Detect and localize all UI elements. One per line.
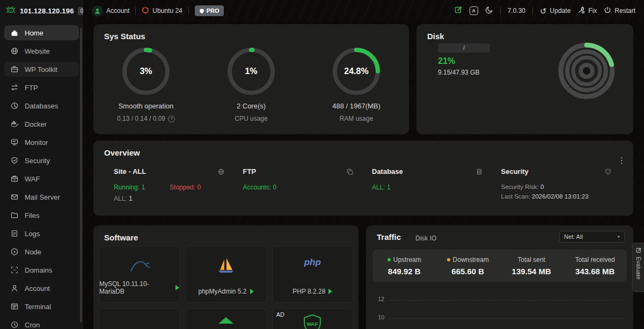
- shield-check-icon: [10, 156, 19, 165]
- software-card-waf-ad[interactable]: AD WAF: [272, 308, 353, 329]
- sidebar-item-label: Logs: [25, 230, 40, 238]
- notes-icon[interactable]: [454, 5, 463, 16]
- security-card-title: Security: [501, 167, 529, 176]
- tab-disk-io[interactable]: Disk IO: [415, 235, 436, 242]
- cpu-cores: 2 Core(s): [201, 102, 301, 110]
- transfer-arrows-icon: [10, 83, 19, 92]
- sys-status-panel: Sys Status 3% Smooth operation 0.13 / 0.…: [93, 24, 409, 134]
- scan-frame-icon: [10, 266, 19, 274]
- fix-button[interactable]: Fix: [577, 6, 597, 16]
- overview-site-card[interactable]: Site - ALL Running: 1 Stopped: 0 ALL: 1: [114, 167, 243, 202]
- shield-check-icon: [604, 168, 612, 176]
- sidebar-item-label: Mail Server: [25, 193, 60, 201]
- pie-chart-icon: [10, 101, 19, 110]
- overview-ftp-card[interactable]: FTP Accounts: 0: [243, 167, 372, 202]
- sidebar-item-files[interactable]: Files: [4, 208, 79, 223]
- help-icon[interactable]: ?: [168, 115, 175, 122]
- sidebar-item-label: WP Toolkit: [25, 65, 57, 74]
- sidebar-item-docker[interactable]: Docker: [4, 116, 79, 131]
- sidebar-item-home[interactable]: Home: [4, 25, 79, 40]
- run-icon[interactable]: [328, 289, 332, 294]
- pro-label: PRO: [207, 8, 219, 14]
- software-icon-partial: [218, 317, 233, 324]
- ram-gauge[interactable]: 24.8% 488 / 1967(MB) RAM usage: [306, 46, 406, 122]
- sidebar-item-label: Monitor: [25, 138, 48, 147]
- sidebar-item-node[interactable]: Node: [4, 244, 79, 259]
- gauges: 3% Smooth operation 0.13 / 0.14 / 0.09 ?…: [93, 46, 409, 122]
- panel-title: Overview: [104, 148, 140, 157]
- net-interface-select[interactable]: Net: All ▾: [559, 231, 625, 243]
- sidebar-item-label: Docker: [25, 120, 47, 128]
- chevron-down-icon: ▾: [617, 231, 620, 242]
- sidebar-item-waf[interactable]: WAF: [4, 171, 79, 186]
- load-gauge[interactable]: 3% Smooth operation 0.13 / 0.14 / 0.09 ?: [96, 46, 196, 122]
- total-sent-value: 139.54 MB: [500, 267, 564, 276]
- sidebar-item-account[interactable]: Account: [4, 281, 79, 296]
- globe-icon: [217, 168, 225, 176]
- ubuntu-icon: [142, 6, 149, 16]
- sidebar-item-logs[interactable]: Logs: [4, 226, 79, 241]
- overview-columns: Site - ALL Running: 1 Stopped: 0 ALL: 1 …: [114, 167, 612, 202]
- sidebar-item-label: Terminal: [25, 303, 51, 311]
- account-menu[interactable]: Account: [92, 5, 129, 17]
- cpu-gauge[interactable]: 1% 2 Core(s) CPU usage: [201, 46, 301, 122]
- gridline: [389, 300, 625, 301]
- wrench-icon: [577, 6, 585, 16]
- software-card-php[interactable]: php PHP 8.2.28: [272, 246, 353, 303]
- evaluate-label: Evaluate: [635, 257, 642, 280]
- disk-rings-gauge[interactable]: [557, 41, 616, 103]
- sidebar-item-mail-server[interactable]: Mail Server: [4, 189, 79, 204]
- panel-title: Disk: [427, 32, 444, 41]
- dashboard-screen: 101.128.120.196 0 Account: [0, 0, 644, 329]
- software-card-partial[interactable]: [185, 308, 266, 329]
- run-icon[interactable]: [175, 285, 179, 290]
- sidebar-item-security[interactable]: Security: [4, 153, 79, 168]
- sidebar-item-label: Databases: [25, 102, 58, 110]
- php-icon: php: [273, 257, 353, 268]
- sidebar-item-domains[interactable]: Domains: [4, 262, 79, 277]
- y-tick-10: 10: [378, 314, 384, 320]
- evaluate-tab[interactable]: Evaluate: [632, 243, 644, 292]
- pro-badge[interactable]: PRO: [195, 5, 224, 16]
- divider: [135, 7, 136, 14]
- upstream-stat: Upstream 849.92 B: [372, 256, 436, 276]
- update-label: Update: [550, 7, 571, 14]
- mysql-icon: [99, 257, 179, 274]
- sidebar-scrollbar[interactable]: [80, 28, 82, 323]
- sidebar-item-databases[interactable]: Databases: [4, 98, 79, 113]
- sidebar-item-monitor[interactable]: Monitor: [4, 135, 79, 150]
- waf-shield-icon: WAF: [273, 313, 353, 329]
- server-ip[interactable]: 101.128.120.196: [20, 7, 74, 15]
- docker-icon: [10, 120, 19, 128]
- restart-button[interactable]: Restart: [604, 6, 635, 16]
- panel-version[interactable]: 7.0.30: [508, 7, 525, 14]
- tab-traffic[interactable]: Traffic: [377, 232, 401, 242]
- overview-menu-icon[interactable]: ⋮: [618, 156, 626, 165]
- sidebar-item-wp-toolkit[interactable]: WP Toolkit: [4, 62, 79, 77]
- dark-mode-icon[interactable]: [485, 6, 493, 16]
- update-button[interactable]: ↺ Update: [540, 7, 570, 15]
- shield-icon: [199, 8, 204, 14]
- y-tick-12: 12: [378, 296, 384, 302]
- sidebar-item-cron[interactable]: Cron: [4, 317, 79, 329]
- database-icon: [475, 168, 483, 176]
- overview-database-card[interactable]: Database ALL: 1: [372, 167, 501, 202]
- sidebar-item-label: Node: [25, 248, 41, 256]
- topbar-server-section: 101.128.120.196 0: [0, 0, 83, 21]
- avatar: [92, 5, 103, 17]
- overview-security-card[interactable]: Security Security Risk: 0 Last Scan: 202…: [501, 167, 612, 202]
- run-icon[interactable]: [250, 289, 254, 294]
- sidebar-item-terminal[interactable]: Terminal: [4, 299, 79, 314]
- sidebar-item-website[interactable]: Website: [4, 43, 79, 59]
- ftp-accounts: Accounts: 0: [243, 184, 277, 191]
- clock-icon: [10, 320, 19, 329]
- language-icon[interactable]: A: [470, 6, 478, 15]
- os-info[interactable]: Ubuntu 24: [142, 6, 182, 16]
- divider: [500, 7, 501, 14]
- software-card-empty[interactable]: [99, 308, 180, 329]
- disk-mount-tab[interactable]: /: [438, 43, 490, 53]
- software-card-phpmyadmin[interactable]: phpMyAdmin 5.2: [185, 246, 266, 303]
- software-card-mysql[interactable]: MySQL 10.11.10-MariaDB: [99, 246, 180, 303]
- sidebar-item-ftp[interactable]: FTP: [4, 80, 79, 95]
- sidebar-item-label: Account: [25, 284, 50, 293]
